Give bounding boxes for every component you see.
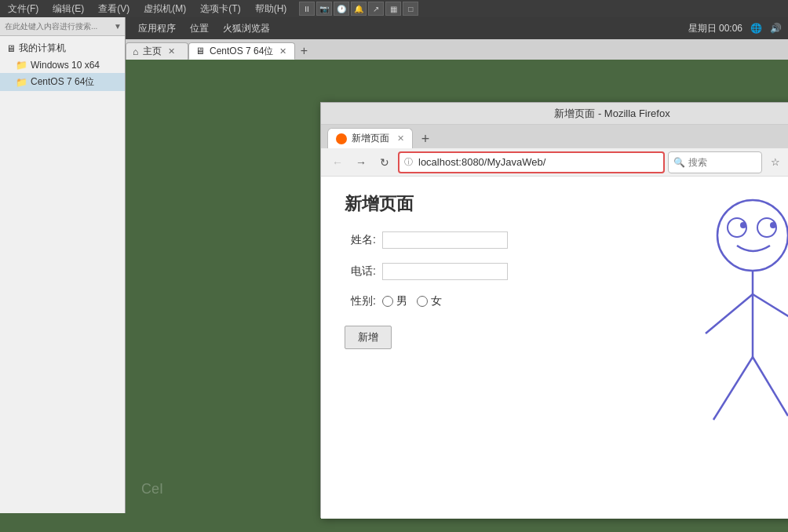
gender-female-label: 女 [431,294,442,308]
browser-titlebar: 新增页面 - Mozilla Firefox − □ ✕ [321,103,788,125]
file-tree-centos-label: CentOS 7 64位 [31,75,94,89]
gender-male[interactable]: 男 [382,294,407,308]
centos-menu-firefox[interactable]: 火狐浏览器 [217,19,276,38]
system-bar: 文件(F) 编辑(E) 查看(V) 虚拟机(M) 选项卡(T) 帮助(H) ⏸ … [0,0,788,17]
toolbar-bell[interactable]: 🔔 [351,2,367,16]
toolbar-squares[interactable]: □ [403,2,418,16]
name-label: 姓名: [345,233,376,247]
submit-button[interactable]: 新增 [345,326,392,349]
gender-male-label: 男 [396,294,407,308]
centos-menu-places[interactable]: 位置 [184,19,215,38]
svg-line-7 [753,294,788,326]
file-tree: 🖥 我的计算机 📁 Windows 10 x64 📁 CentOS 7 64位 [0,36,125,94]
back-button[interactable]: ← [327,152,348,173]
menu-edit[interactable]: 编辑(E) [48,1,89,17]
toolbar-icons: ⏸ 📷 🕐 🔔 ↗ ▦ □ [296,2,421,16]
refresh-button[interactable]: ↻ [374,152,395,173]
folder-win10-icon: 📁 [16,60,27,71]
tab-home-close[interactable]: ✕ [166,46,177,56]
browser-window: 新增页面 - Mozilla Firefox − □ ✕ 新增页面 ✕ + ← [320,102,788,518]
gender-radio-group: 男 女 [382,294,442,308]
file-search-input[interactable] [5,22,120,31]
radio-female-circle [417,296,428,307]
toolbar-grid[interactable]: ▦ [385,2,401,16]
tab-centos-icon: 🖥 [195,46,205,56]
phone-label: 电话: [345,264,376,279]
search-input[interactable] [688,157,751,168]
file-search-bar[interactable]: ▼ [0,17,125,36]
toolbar-arrow[interactable]: ↗ [368,2,384,16]
search-arrow-icon: ▼ [114,22,122,31]
toolbar-pause[interactable]: ⏸ [299,2,315,16]
tab-new-button[interactable]: + [295,42,312,60]
computer-icon: 🖥 [6,43,16,54]
url-bar[interactable]: ⓘ [398,151,665,173]
svg-line-8 [713,357,753,420]
svg-point-4 [770,222,776,228]
menu-help[interactable]: 帮助(H) [250,1,292,17]
menu-vm[interactable]: 虚拟机(M) [139,1,191,17]
volume-icon: 🔊 [770,23,782,34]
file-tree-root-label: 我的计算机 [19,42,66,55]
centos-watermark: CeI [141,481,163,497]
centos-topbar: 应用程序 位置 火狐浏览器 星期日 00:06 🌐 🔊 [126,17,788,39]
address-bar-icons: ☆ 🔒 ↓ ⌂ ♡ ≡ [765,152,788,173]
svg-line-6 [706,294,753,333]
file-tree-root[interactable]: 🖥 我的计算机 [0,39,125,57]
star-icon[interactable]: ☆ [765,152,786,173]
centos-app-menu: 应用程序 位置 火狐浏览器 [132,19,276,38]
file-tree-win10-label: Windows 10 x64 [31,60,100,71]
toolbar-clock[interactable]: 🕐 [334,2,349,16]
centos-desktop-bg: CeI 新增页面 - Mozilla Firefox − □ ✕ 新增页面 ✕ [126,60,788,513]
menu-view[interactable]: 查看(V) [93,1,134,17]
tab-centos-label: CentOS 7 64位 [210,45,273,58]
network-icon: 🌐 [750,23,762,34]
tab-home-label: 主页 [143,45,162,58]
browser-tab-new[interactable]: + [416,129,435,148]
gender-female[interactable]: 女 [417,294,442,308]
browser-tabs: 新增页面 ✕ + [321,125,788,148]
file-tree-centos[interactable]: 📁 CentOS 7 64位 [0,73,125,91]
vm-tabs-bar: ⌂ 主页 ✕ 🖥 CentOS 7 64位 ✕ + [126,39,788,60]
browser-tab-label: 新增页面 [352,132,389,145]
tab-centos-close[interactable]: ✕ [278,46,288,56]
tab-home[interactable]: ⌂ 主页 ✕ [126,42,188,60]
centos-topbar-right: 星期日 00:06 🌐 🔊 [688,22,782,35]
toolbar-snapshot[interactable]: 📷 [316,2,332,16]
url-input[interactable] [418,156,658,168]
menu-file[interactable]: 文件(F) [3,1,43,17]
file-tree-win10[interactable]: 📁 Windows 10 x64 [0,57,125,73]
svg-line-9 [753,357,788,416]
centos-menu-apps[interactable]: 应用程序 [132,19,182,38]
address-bar: ← → ↻ ⓘ 🔍 ☆ 🔒 ↓ ⌂ ♡ ≡ [321,148,788,177]
radio-male-circle [382,296,393,307]
desktop: ▼ 🖥 我的计算机 📁 Windows 10 x64 📁 CentOS 7 64… [0,17,788,513]
system-bar-left: 文件(F) 编辑(E) 查看(V) 虚拟机(M) 选项卡(T) 帮助(H) ⏸ … [3,1,777,17]
tab-home-icon: ⌂ [133,46,138,57]
forward-button[interactable]: → [351,152,371,173]
phone-input[interactable] [382,263,508,280]
browser-tab-close[interactable]: ✕ [397,133,404,144]
url-info-icon: ⓘ [404,156,415,168]
page-content: 新增页面 姓名: 电话: 性别: 男 [321,177,788,519]
browser-tab-main[interactable]: 新增页面 ✕ [327,128,413,148]
browser-title: 新增页面 - Mozilla Firefox [374,107,788,121]
centos-time: 星期日 00:06 [688,22,742,35]
svg-point-2 [740,222,746,228]
menu-tabs[interactable]: 选项卡(T) [195,1,245,17]
name-input[interactable] [382,231,508,249]
gender-label: 性别: [345,294,376,308]
folder-centos-icon: 📁 [16,77,27,88]
tab-centos[interactable]: 🖥 CentOS 7 64位 ✕ [188,42,295,60]
stick-figure-drawing: 你 好 [651,184,788,483]
search-icon: 🔍 [673,157,685,168]
search-bar[interactable]: 🔍 [668,151,762,173]
firefox-tab-icon [336,133,347,144]
svg-point-0 [717,200,788,271]
file-panel: ▼ 🖥 我的计算机 📁 Windows 10 x64 📁 CentOS 7 64… [0,17,126,513]
